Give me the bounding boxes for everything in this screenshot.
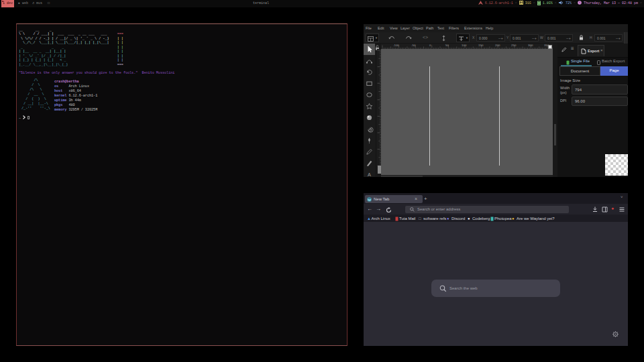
svg-text:A: A — [368, 172, 371, 177]
